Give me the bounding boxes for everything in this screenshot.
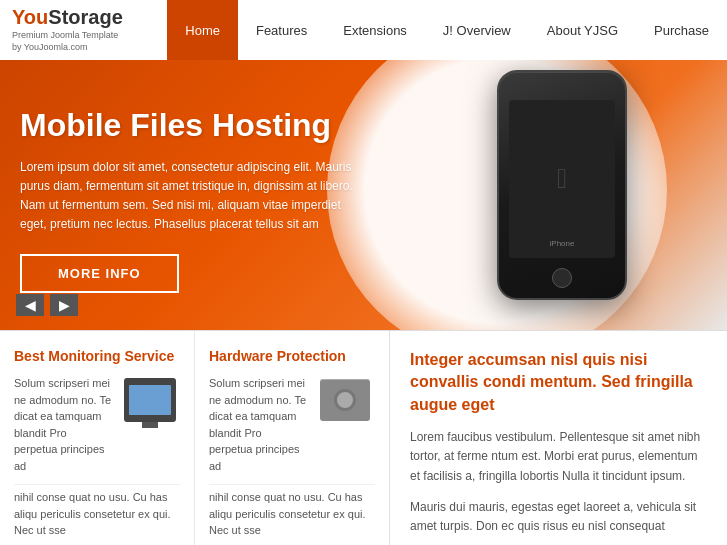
logo-storage: Storage <box>48 6 122 28</box>
hardware-panel: Hardware Protection Solum scripseri mei … <box>195 331 389 545</box>
bottom-section: Best Monitoring Service Solum scripseri … <box>0 330 727 545</box>
monitoring-row: Solum scripseri mei ne admodum no. Te di… <box>14 375 180 474</box>
hdd-icon-container <box>315 375 375 425</box>
nav-features[interactable]: Features <box>238 0 325 60</box>
hero-content: Mobile Files Hosting Lorem ipsum dolor s… <box>0 77 380 314</box>
phone-image:  iPhone <box>497 70 627 310</box>
hardware-text2: nihil conse quat no usu. Cu has aliqu pe… <box>209 484 375 539</box>
monitor-stand <box>142 422 158 428</box>
monitoring-panel: Best Monitoring Service Solum scripseri … <box>0 331 195 545</box>
main-nav: Home Features Extensions J! Overview Abo… <box>167 0 727 60</box>
monitoring-text2: nihil conse quat no usu. Cu has aliqu pe… <box>14 484 180 539</box>
right-text1: Lorem faucibus vestibulum. Pellentesque … <box>410 428 707 486</box>
nav-about[interactable]: About YJSG <box>529 0 636 60</box>
monitor-screen <box>129 385 171 415</box>
nav-overview[interactable]: J! Overview <box>425 0 529 60</box>
right-panel: Integer accumsan nisl quis nisi convalli… <box>390 331 727 545</box>
logo-title: YouStorage <box>12 6 148 28</box>
monitor-icon-container <box>120 375 180 425</box>
nav-extensions[interactable]: Extensions <box>325 0 425 60</box>
hero-banner: Mobile Files Hosting Lorem ipsum dolor s… <box>0 60 727 330</box>
logo-tagline: Premium Joomla Template by YouJoomla.com <box>12 30 148 53</box>
left-panels: Best Monitoring Service Solum scripseri … <box>0 331 390 545</box>
monitoring-text1: Solum scripseri mei ne admodum no. Te di… <box>14 375 112 474</box>
right-text2: Mauris dui mauris, egestas eget laoreet … <box>410 498 707 536</box>
hdd-icon <box>320 379 370 421</box>
hardware-text1: Solum scripseri mei ne admodum no. Te di… <box>209 375 307 474</box>
hero-text: Lorem ipsum dolor sit amet, consectetur … <box>20 158 360 235</box>
header: YouStorage Premium Joomla Template by Yo… <box>0 0 727 60</box>
nav-purchase[interactable]: Purchase <box>636 0 727 60</box>
monitoring-title: Best Monitoring Service <box>14 347 180 365</box>
phone-body:  iPhone <box>497 70 627 300</box>
logo: YouStorage Premium Joomla Template by Yo… <box>0 0 160 62</box>
phone-home-button <box>552 268 572 288</box>
hdd-circle <box>334 389 356 411</box>
hardware-title: Hardware Protection <box>209 347 375 365</box>
logo-you: You <box>12 6 48 28</box>
phone-label: iPhone <box>550 239 575 248</box>
apple-icon:  <box>557 163 567 195</box>
hero-title: Mobile Files Hosting <box>20 107 360 144</box>
more-info-button[interactable]: MORE INFO <box>20 254 179 293</box>
nav-home[interactable]: Home <box>167 0 238 60</box>
right-title: Integer accumsan nisl quis nisi convalli… <box>410 349 707 416</box>
phone-screen:  <box>509 100 615 258</box>
hardware-row: Solum scripseri mei ne admodum no. Te di… <box>209 375 375 474</box>
monitor-icon <box>124 378 176 422</box>
